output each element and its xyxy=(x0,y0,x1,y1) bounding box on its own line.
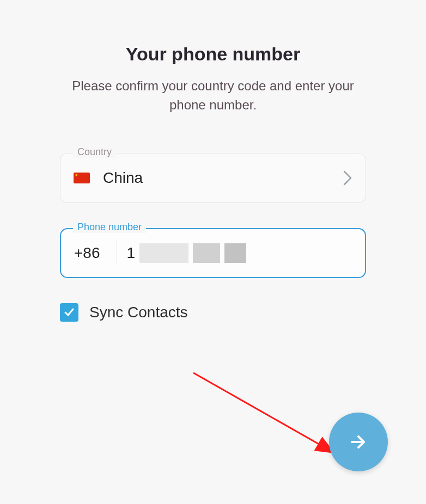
country-name: China xyxy=(103,169,343,187)
page-title: Your phone number xyxy=(22,44,404,65)
sync-contacts-row: Sync Contacts xyxy=(60,303,366,322)
arrow-right-icon xyxy=(348,431,369,453)
china-flag-icon xyxy=(74,173,90,183)
phone-first-digit: 1 xyxy=(127,244,136,262)
page-subtitle: Please confirm your country code and ent… xyxy=(71,77,355,115)
svg-line-1 xyxy=(193,373,332,452)
chevron-right-icon xyxy=(343,170,352,186)
phone-divider xyxy=(117,241,117,265)
redacted-block xyxy=(193,243,220,263)
phone-input[interactable]: +86 1 xyxy=(60,228,366,278)
redacted-block xyxy=(224,243,246,263)
phone-field-wrap: Phone number +86 1 xyxy=(60,228,366,278)
checkmark-icon xyxy=(63,306,75,318)
sync-contacts-label: Sync Contacts xyxy=(89,304,188,321)
country-code: +86 xyxy=(74,244,100,262)
phone-number-value: 1 xyxy=(127,243,247,263)
redacted-block xyxy=(139,243,188,263)
next-button[interactable] xyxy=(329,413,388,471)
country-field-label: Country xyxy=(73,146,116,158)
country-selector[interactable]: China xyxy=(60,153,366,203)
phone-field-label: Phone number xyxy=(73,222,146,233)
sync-contacts-checkbox[interactable] xyxy=(60,303,78,322)
country-field-wrap: Country China xyxy=(60,153,366,203)
